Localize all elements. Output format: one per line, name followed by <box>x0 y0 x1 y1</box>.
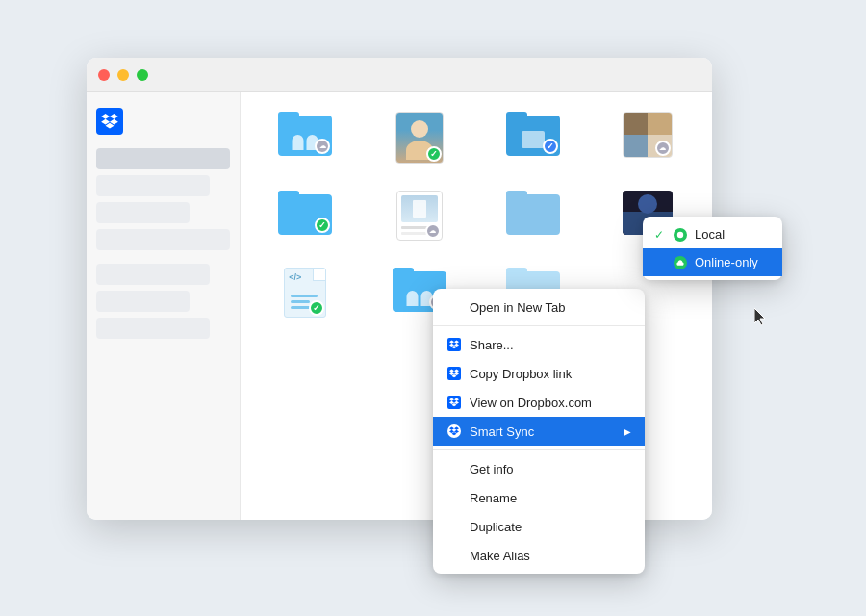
file-item: ☁ <box>260 112 351 164</box>
badge-cloud: ☁ <box>655 141 671 156</box>
menu-item-make-alias[interactable]: Make Alias <box>433 541 645 570</box>
smart-sync-icon <box>446 424 462 439</box>
rename-icon <box>446 490 462 505</box>
sidebar-item-starred[interactable] <box>96 202 190 223</box>
folder-icon[interactable]: ☁ <box>278 112 332 156</box>
file-item: </> ✓ <box>260 268 351 318</box>
file-item: ☁ <box>374 191 466 241</box>
file-item: ☁ <box>602 112 694 164</box>
sidebar-item-recents[interactable] <box>96 175 210 196</box>
submenu-item-local[interactable]: ✓ Local <box>643 220 782 248</box>
sidebar-item-extra1[interactable] <box>96 264 210 285</box>
minimize-button[interactable] <box>117 69 129 81</box>
menu-item-duplicate[interactable]: Duplicate <box>433 512 645 541</box>
file-item: ✓ <box>374 112 466 164</box>
submenu-chevron: ▶ <box>624 426 631 437</box>
submenu: ✓ Local ✓ Online-only <box>643 217 782 280</box>
folder-icon[interactable]: ✓ <box>278 191 332 235</box>
file-item-selected <box>488 191 579 241</box>
menu-item-share[interactable]: Share... <box>433 330 645 359</box>
scene: ☁ ✓ <box>87 58 779 558</box>
dropbox-share-icon <box>446 337 462 352</box>
copy-link-icon <box>446 366 462 381</box>
maximize-button[interactable] <box>137 69 148 81</box>
open-icon <box>446 299 462 315</box>
context-menu: Open in New Tab Share... C <box>433 289 645 574</box>
folder-icon[interactable]: ✓ <box>506 112 560 156</box>
menu-divider <box>433 449 645 450</box>
folder-icon-selected[interactable] <box>506 191 560 235</box>
sidebar-item-extra3[interactable] <box>96 318 210 339</box>
menu-item-smart-sync[interactable]: Smart Sync ▶ <box>433 417 645 446</box>
local-icon <box>674 228 687 242</box>
menu-item-get-info[interactable]: Get info <box>433 454 645 483</box>
menu-divider <box>433 325 645 326</box>
badge-green: ✓ <box>426 146 442 162</box>
files-grid: ☁ ✓ <box>260 112 693 318</box>
file-item: ✓ <box>488 112 579 164</box>
dropbox-logo <box>96 108 123 135</box>
badge-cloud: ☁ <box>425 223 441 239</box>
cursor <box>754 308 766 325</box>
file-item: ✓ <box>260 191 351 241</box>
titlebar <box>87 58 712 92</box>
menu-item-rename[interactable]: Rename <box>433 483 645 512</box>
online-only-icon <box>674 256 687 270</box>
sidebar-item-allfiles[interactable] <box>96 148 230 169</box>
sidebar <box>87 92 241 520</box>
menu-item-copy-link[interactable]: Copy Dropbox link <box>433 359 645 388</box>
sidebar-item-shared[interactable] <box>96 229 230 250</box>
menu-item-view-dropbox[interactable]: View on Dropbox.com <box>433 388 645 417</box>
alias-icon <box>446 548 462 563</box>
submenu-item-online-only[interactable]: ✓ Online-only <box>643 248 782 276</box>
menu-item-open-new-tab[interactable]: Open in New Tab <box>433 293 645 321</box>
view-dropbox-icon <box>446 395 462 410</box>
close-button[interactable] <box>98 69 110 81</box>
svg-point-0 <box>677 231 683 237</box>
sidebar-item-extra2[interactable] <box>96 291 190 312</box>
info-icon <box>446 461 462 476</box>
check-icon: ✓ <box>654 228 666 242</box>
duplicate-icon <box>446 519 462 534</box>
